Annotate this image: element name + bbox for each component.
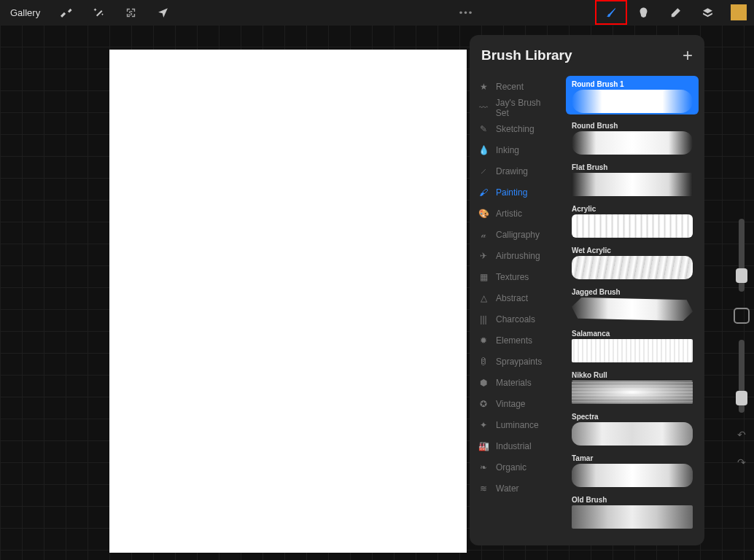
- category-label: Artistic: [496, 209, 522, 219]
- brush-label: Wet Acrylic: [572, 246, 693, 254]
- category-icon: △: [478, 293, 489, 303]
- brush-salamanca[interactable]: Salamanca: [566, 325, 699, 364]
- category-label: Jay's Brush Set: [496, 98, 556, 118]
- brush-list: Round Brush 1Round BrushFlat BrushAcryli…: [564, 76, 704, 545]
- brush-nikko-rull[interactable]: Nikko Rull: [566, 367, 699, 405]
- side-tools: ↶ ↷: [729, 219, 754, 468]
- smudge-tool-icon[interactable]: [627, 0, 659, 25]
- brush-jagged-brush[interactable]: Jagged Brush: [566, 284, 699, 322]
- brush-stroke-preview: [572, 339, 693, 362]
- brush-flat-brush[interactable]: Flat Brush: [566, 159, 699, 198]
- category-materials[interactable]: ⬢Materials: [470, 372, 564, 393]
- category-elements[interactable]: ✹Elements: [470, 330, 564, 351]
- category-label: Water: [496, 483, 519, 494]
- category-abstract[interactable]: △Abstract: [470, 287, 564, 308]
- brush-label: Spectra: [572, 413, 693, 421]
- category-icon: ✹: [478, 335, 489, 346]
- category-label: Airbrushing: [496, 251, 540, 261]
- category-water[interactable]: ≋Water: [470, 478, 564, 499]
- category-inking[interactable]: 💧Inking: [470, 139, 564, 160]
- brush-old-brush[interactable]: Old Brush: [566, 491, 699, 530]
- category-icon: 🎨: [478, 209, 489, 219]
- category-icon: ❧: [478, 462, 489, 472]
- opacity-slider[interactable]: [739, 340, 745, 413]
- brush-stroke-preview: [572, 464, 693, 487]
- category-label: Recent: [496, 82, 524, 92]
- category-industrial[interactable]: 🏭Industrial: [470, 435, 564, 456]
- category-airbrushing[interactable]: ✈Airbrushing: [470, 245, 564, 266]
- brush-size-slider[interactable]: [739, 219, 745, 292]
- category-label: Industrial: [496, 441, 532, 451]
- svg-text:S: S: [128, 9, 133, 17]
- brush-stroke-preview: [572, 90, 693, 113]
- right-toolbar: [595, 0, 754, 25]
- category-label: Abstract: [496, 293, 528, 303]
- color-swatch[interactable]: [731, 4, 747, 20]
- category-painting[interactable]: 🖌Painting: [470, 182, 564, 203]
- brush-tool-icon[interactable]: [595, 0, 627, 25]
- category-charcoals[interactable]: |||Charcoals: [470, 308, 564, 330]
- brush-stroke-preview: [572, 505, 693, 529]
- app-root: Gallery S ••• ↶ ↷ Brush Library + ★Recen…: [0, 0, 754, 560]
- layers-icon[interactable]: [691, 0, 723, 25]
- brush-stroke-preview: [572, 173, 693, 196]
- category-label: Textures: [496, 272, 529, 282]
- eraser-tool-icon[interactable]: [659, 0, 691, 25]
- canvas[interactable]: [109, 50, 467, 553]
- brush-stroke-preview: [572, 214, 693, 238]
- category-icon: ✎: [478, 124, 489, 134]
- category-icon: ✈: [478, 251, 489, 261]
- category-drawing[interactable]: ⟋Drawing: [470, 160, 564, 182]
- category-recent[interactable]: ★Recent: [470, 76, 564, 97]
- category-vintage[interactable]: ✪Vintage: [470, 393, 564, 414]
- brush-label: Acrylic: [572, 205, 693, 213]
- select-icon[interactable]: S: [114, 0, 147, 25]
- undo-icon[interactable]: ↶: [737, 429, 746, 440]
- brush-stroke-preview: [572, 381, 693, 404]
- brush-label: Jagged Brush: [572, 288, 693, 296]
- brush-wet-acrylic[interactable]: Wet Acrylic: [566, 242, 699, 281]
- brush-round-brush-1[interactable]: Round Brush 1: [566, 76, 699, 114]
- gallery-button[interactable]: Gallery: [0, 7, 50, 18]
- brush-label: Nikko Rull: [572, 371, 693, 379]
- category-organic[interactable]: ❧Organic: [470, 456, 564, 478]
- modify-button[interactable]: [734, 308, 750, 324]
- brush-spectra[interactable]: Spectra: [566, 408, 699, 447]
- category-icon: ⬢: [478, 378, 489, 388]
- category-luminance[interactable]: ✦Luminance: [470, 414, 564, 435]
- category-label: Organic: [496, 462, 526, 472]
- category-icon: ≋: [478, 483, 489, 494]
- category-textures[interactable]: ▦Textures: [470, 266, 564, 287]
- add-brush-icon[interactable]: +: [683, 45, 693, 66]
- category-list: ★Recent〰Jay's Brush Set✎Sketching💧Inking…: [470, 76, 564, 545]
- category-label: Inking: [496, 145, 519, 155]
- category-label: Painting: [496, 187, 527, 198]
- more-icon[interactable]: •••: [451, 7, 483, 18]
- brush-acrylic[interactable]: Acrylic: [566, 201, 699, 239]
- wand-icon[interactable]: [82, 0, 114, 25]
- category-label: Calligraphy: [496, 230, 540, 240]
- brush-label: Round Brush: [572, 122, 693, 130]
- category-calligraphy[interactable]: 𝒶Calligraphy: [470, 224, 564, 245]
- category-icon: 🛢: [478, 357, 489, 367]
- wrench-icon[interactable]: [50, 0, 82, 25]
- brush-library-panel: Brush Library + ★Recent〰Jay's Brush Set✎…: [470, 35, 704, 545]
- transform-icon[interactable]: [147, 0, 179, 25]
- brush-tamar[interactable]: Tamar: [566, 450, 699, 489]
- category-spraypaints[interactable]: 🛢Spraypaints: [470, 351, 564, 372]
- brush-stroke-preview: [572, 256, 693, 279]
- category-icon: ⟋: [478, 166, 489, 176]
- category-icon: 🖌: [478, 187, 489, 198]
- brush-stroke-preview: [572, 131, 693, 155]
- panel-header: Brush Library +: [470, 35, 704, 76]
- category-sketching[interactable]: ✎Sketching: [470, 118, 564, 139]
- redo-icon[interactable]: ↷: [737, 456, 746, 468]
- category-label: Spraypaints: [496, 357, 542, 367]
- category-jay-s-brush-set[interactable]: 〰Jay's Brush Set: [470, 97, 564, 118]
- category-icon: 🏭: [478, 441, 489, 451]
- brush-round-brush[interactable]: Round Brush: [566, 117, 699, 156]
- category-artistic[interactable]: 🎨Artistic: [470, 203, 564, 224]
- brush-label: Salamanca: [572, 330, 693, 338]
- category-label: Vintage: [496, 399, 525, 409]
- category-label: Elements: [496, 335, 532, 346]
